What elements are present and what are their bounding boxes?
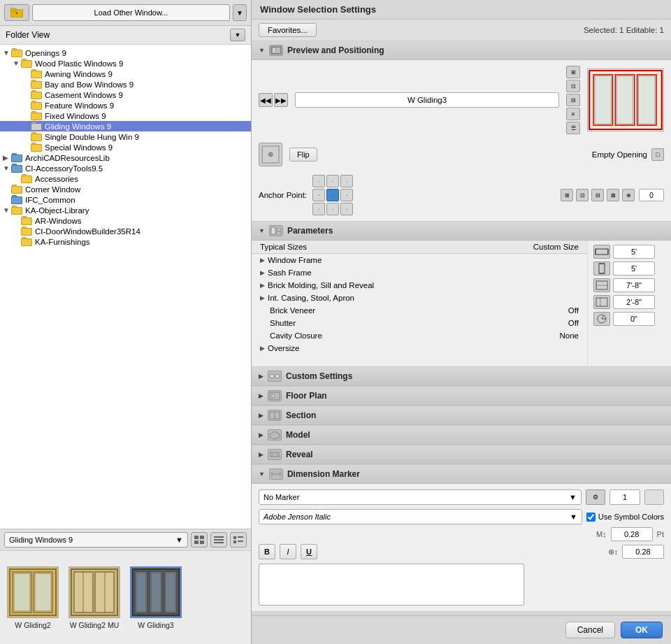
tree-item-special[interactable]: Special Windows 9: [0, 142, 251, 152]
empty-opening-toggle[interactable]: □: [651, 148, 664, 161]
tree-item-gliding[interactable]: Gliding Windows 9: [0, 121, 251, 131]
elevation-input[interactable]: [613, 278, 655, 292]
param-row-brick-molding[interactable]: ▶ Brick Molding, Sill and Reveal: [252, 279, 587, 292]
prev-button[interactable]: ◀◀: [259, 93, 273, 107]
folder-view-dropdown[interactable]: ▼: [230, 29, 245, 41]
use-symbol-colors-checkbox[interactable]: [586, 513, 596, 522]
anchor-pos-btn-5[interactable]: ⊕: [622, 189, 635, 201]
parameters-section-header[interactable]: ▼ Parameters: [252, 222, 671, 241]
tree-item-feature[interactable]: Feature Windows 9: [0, 100, 251, 110]
tree-item-ifc-common[interactable]: IFC_Common: [0, 194, 251, 205]
size-label-2: ⊕↕: [608, 548, 619, 557]
svg-rect-9: [214, 542, 224, 543]
marker-count-input[interactable]: [609, 489, 640, 505]
anchor-cell-tc[interactable]: ·: [326, 175, 339, 187]
font-dropdown[interactable]: Adobe Jenson Italic ▼: [259, 509, 582, 524]
depth-input[interactable]: [613, 295, 655, 309]
param-label: Cavity Closure: [260, 331, 322, 340]
tree-item-awning[interactable]: Awning Windows 9: [0, 69, 251, 79]
section-header[interactable]: ▶ Section: [252, 406, 671, 425]
anchor-cell-bc[interactable]: ·: [326, 203, 339, 215]
folder-icon: [31, 101, 42, 110]
ok-button[interactable]: OK: [621, 622, 663, 638]
marker-settings-icon[interactable]: ⚙: [586, 489, 605, 505]
params-list: Typical Sizes Custom Size ▶ Window Frame…: [252, 241, 587, 366]
dimension-marker-header[interactable]: ▼ Dimension Marker: [252, 465, 671, 484]
custom-settings-header[interactable]: ▶ Custom Settings: [252, 367, 671, 386]
param-row-oversize[interactable]: ▶ Oversize: [252, 342, 587, 355]
anchor-icon-button[interactable]: ⊕: [259, 143, 282, 166]
load-other-button[interactable]: Load Other Window...: [32, 4, 230, 21]
width-input[interactable]: [613, 245, 655, 259]
custom-size-label: Custom Size: [533, 243, 579, 251]
folder-icon-button[interactable]: ▼: [4, 4, 29, 21]
anchor-pos-btn-1[interactable]: ⊞: [561, 189, 573, 201]
anchor-cell-ml[interactable]: ·: [312, 189, 325, 201]
angle-input[interactable]: [639, 189, 664, 201]
favorites-button[interactable]: Favorites...: [259, 23, 317, 37]
dropdown-arrow-button[interactable]: ▼: [233, 4, 247, 21]
preview-icon-2[interactable]: ⊡: [566, 80, 580, 92]
svg-text:⊕: ⊕: [268, 150, 273, 158]
tree-item-wood-plastic[interactable]: ▼ Wood Plastic Windows 9: [0, 58, 251, 69]
angle-dimension-input[interactable]: [613, 312, 655, 326]
param-label: Sash Frame: [268, 269, 312, 277]
use-symbol-colors-label: Use Symbol Colors: [598, 513, 664, 521]
marker-dropdown[interactable]: No Marker ▼: [259, 489, 582, 505]
param-row-int-casing[interactable]: ▶ Int. Casing, Stool, Apron: [252, 292, 587, 304]
thumbnail-w-gliding2mu[interactable]: W Gliding2 MU: [68, 566, 120, 629]
anchor-cell-tr[interactable]: ·: [340, 175, 353, 187]
anchor-cell-mc[interactable]: ·: [326, 189, 339, 201]
anchor-cell-tl[interactable]: ·: [312, 175, 325, 187]
tree-item-casement[interactable]: Casement Windows 9: [0, 90, 251, 100]
underline-button[interactable]: U: [301, 544, 317, 559]
model-header[interactable]: ▶ Model: [252, 426, 671, 445]
tree-item-accessories[interactable]: Accessories: [0, 173, 251, 184]
next-button[interactable]: ▶▶: [274, 93, 288, 107]
tree-item-label: Awning Windows 9: [45, 70, 113, 78]
window-name-display: W Gliding3: [295, 92, 559, 108]
tree-item-single-double[interactable]: Single Double Hung Win 9: [0, 131, 251, 142]
tree-item-ci-door-window[interactable]: CI-DoorWindowBuilder35R14: [0, 226, 251, 236]
marker-color-swatch[interactable]: [644, 489, 664, 505]
param-row-sash-frame[interactable]: ▶ Sash Frame: [252, 266, 587, 279]
preview-section-header[interactable]: ▼ Preview and Positioning: [252, 41, 671, 60]
tree-item-corner-window[interactable]: Corner Window: [0, 184, 251, 194]
anchor-pos-btn-4[interactable]: ⊠: [607, 189, 619, 201]
anchor-pos-btn-2[interactable]: ⊡: [576, 189, 589, 201]
bold-button[interactable]: B: [259, 544, 275, 559]
tree-item-ar-windows[interactable]: AR-Windows: [0, 215, 251, 226]
tree-item-ka-object-lib[interactable]: ▼ KA-Object-Library: [0, 205, 251, 215]
anchor-cell-mr[interactable]: ·: [340, 189, 353, 201]
tree-item-fixed[interactable]: Fixed Windows 9: [0, 110, 251, 121]
thumbnail-view-icon-btn[interactable]: [191, 532, 208, 548]
preview-icon-4[interactable]: ≡: [566, 108, 580, 120]
folder-selector-dropdown[interactable]: Gliding Windows 9 ▼: [4, 532, 188, 548]
expand-arrow-icon: ▶: [260, 345, 265, 352]
tree-item-ka-furnishings[interactable]: KA-Furnishings: [0, 236, 251, 247]
tree-item-openings[interactable]: ▼ Openings 9: [0, 48, 251, 58]
anchor-cell-br[interactable]: ·: [340, 203, 353, 215]
floor-plan-header[interactable]: ▶ Floor Plan: [252, 387, 671, 406]
list-view-icon-btn[interactable]: [210, 532, 227, 548]
italic-button[interactable]: I: [280, 544, 296, 559]
text-size-input-1[interactable]: [611, 527, 653, 541]
anchor-pos-btn-3[interactable]: ⊟: [591, 189, 604, 201]
thumbnail-w-gliding3[interactable]: W Gliding3: [130, 566, 182, 629]
detail-view-icon-btn[interactable]: [230, 532, 247, 548]
reveal-header[interactable]: ▶ Reveal: [252, 445, 671, 464]
param-row-window-frame[interactable]: ▶ Window Frame: [252, 254, 587, 266]
folder-icon: [11, 206, 22, 215]
preview-icon-1[interactable]: ⊞: [566, 66, 580, 78]
tree-item-archicad-res[interactable]: ▶ ArchiCADResourcesLib: [0, 152, 251, 163]
text-size-input-2[interactable]: [622, 545, 664, 559]
tree-item-bay-bow[interactable]: Bay and Bow Windows 9: [0, 79, 251, 90]
preview-icon-5[interactable]: ☰: [566, 122, 580, 134]
thumbnail-w-gliding2[interactable]: W Gliding2: [7, 566, 59, 629]
preview-icon-3[interactable]: ⊟: [566, 94, 580, 106]
height-input[interactable]: [613, 262, 655, 276]
tree-item-ci-accessory[interactable]: ▼ CI-AccessoryTools9.5: [0, 163, 251, 173]
cancel-button[interactable]: Cancel: [565, 622, 615, 638]
flip-button[interactable]: Flip: [289, 148, 317, 162]
anchor-cell-bl[interactable]: ·: [312, 203, 325, 215]
